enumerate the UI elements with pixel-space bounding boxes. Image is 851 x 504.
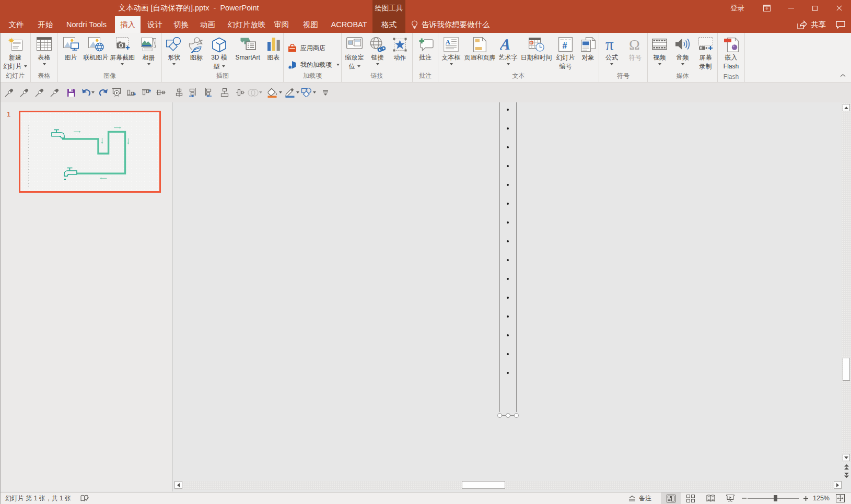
pictures-button[interactable]: 图片 — [59, 33, 84, 74]
scroll-up-button[interactable] — [843, 104, 850, 111]
resize-handle-bottom-left[interactable] — [497, 413, 502, 418]
vertical-scrollbar-thumb[interactable] — [843, 358, 850, 381]
tab-format[interactable]: 格式 — [372, 16, 405, 33]
maximize-button[interactable] — [803, 0, 827, 16]
eyedropper-button[interactable] — [2, 85, 16, 100]
tab-nordri-tools[interactable]: Nordri Tools — [61, 16, 112, 33]
table-button[interactable]: 表格 — [31, 33, 57, 74]
share-button[interactable]: 共享 — [811, 20, 826, 30]
align-center-button[interactable] — [172, 85, 186, 100]
align-top-button[interactable] — [139, 85, 154, 100]
tab-home[interactable]: 开始 — [33, 16, 57, 33]
tab-acrobat[interactable]: ACROBAT — [327, 16, 371, 33]
eyedropper-button[interactable] — [32, 85, 46, 100]
zoom-percentage[interactable]: 125% — [807, 493, 830, 504]
resize-handle-bottom-center[interactable] — [506, 413, 510, 418]
save-button[interactable] — [64, 85, 78, 100]
tell-me-box[interactable]: 告诉我你想要做什么 — [411, 16, 490, 33]
slide-number-button[interactable]: #幻灯片编号 — [553, 33, 578, 74]
scroll-left-button[interactable] — [174, 481, 182, 489]
zoom-slider-thumb[interactable] — [774, 495, 777, 501]
distribute-vertical-button[interactable] — [217, 85, 232, 100]
shapes-button[interactable]: 形状 — [162, 33, 186, 74]
screen-recording-button[interactable]: 屏幕录制 — [694, 33, 717, 74]
wordart-button[interactable]: A艺术字 — [497, 33, 520, 74]
comments-button[interactable] — [830, 17, 851, 33]
reading-view-button[interactable] — [701, 493, 720, 504]
close-button[interactable] — [827, 0, 851, 16]
new-slide-button[interactable]: 新建幻灯片 — [1, 33, 30, 74]
notes-button[interactable]: 备注 — [637, 493, 653, 504]
equation-button[interactable]: π公式 — [600, 33, 624, 74]
slide-thumbnail[interactable] — [19, 111, 161, 193]
tab-review[interactable]: 审阅 — [269, 16, 294, 33]
slide-sorter-view-button[interactable] — [681, 493, 701, 504]
photo-album-icon — [141, 37, 157, 53]
fit-slide-to-window-button[interactable] — [831, 493, 849, 504]
redo-button[interactable] — [96, 85, 110, 100]
previous-slide-button[interactable] — [842, 464, 850, 470]
align-left-button[interactable] — [201, 85, 215, 100]
action-button[interactable]: 动作 — [388, 33, 412, 74]
store-button[interactable]: 应用商店 — [288, 44, 325, 53]
merge-shapes-dropdown[interactable] — [258, 85, 264, 100]
horizontal-scrollbar-track[interactable] — [174, 481, 841, 490]
zoom-button[interactable]: 缩放定位 — [342, 33, 367, 74]
link-button[interactable]: 链接 — [367, 33, 388, 74]
photo-album-button[interactable]: 相册 — [136, 33, 161, 74]
align-bottom-button[interactable] — [124, 85, 138, 100]
eyedropper-icon — [50, 88, 60, 98]
horizontal-scrollbar-thumb[interactable] — [462, 481, 505, 489]
embed-flash-button[interactable]: 嵌入Flash — [718, 33, 744, 74]
tab-transitions[interactable]: 切换 — [168, 16, 194, 33]
change-shape-dropdown[interactable] — [311, 85, 318, 100]
header-footer-button[interactable]: 页眉和页脚 — [463, 33, 497, 74]
video-button[interactable]: 视频 — [648, 33, 671, 74]
scroll-right-button[interactable] — [834, 481, 842, 489]
next-slide-button[interactable] — [842, 472, 850, 478]
date-time-button[interactable]: 日期和时间 — [520, 33, 553, 74]
sign-in-button[interactable]: 登录 — [730, 4, 744, 13]
tab-view[interactable]: 视图 — [298, 16, 323, 33]
resize-handle-bottom-right[interactable] — [514, 413, 519, 418]
horizontal-scrollbar[interactable] — [173, 480, 841, 491]
audio-button[interactable]: 音频 — [671, 33, 694, 74]
online-pictures-button[interactable]: 联机图片 — [84, 33, 109, 74]
vertical-scrollbar-track[interactable] — [842, 102, 851, 463]
scroll-down-button[interactable] — [843, 454, 850, 461]
picture-icon — [63, 37, 79, 53]
my-addins-button[interactable]: 我的加载项 — [288, 61, 340, 69]
collapse-ribbon-button[interactable] — [840, 70, 846, 79]
ribbon-display-options-button[interactable] — [755, 0, 779, 16]
align-right-button[interactable] — [185, 85, 200, 100]
eyedropper-button[interactable] — [17, 85, 31, 100]
tab-design[interactable]: 设计 — [142, 16, 168, 33]
zoom-slider[interactable] — [748, 493, 799, 504]
shape-fill-icon — [267, 88, 277, 98]
normal-view-button[interactable] — [661, 493, 681, 504]
tab-insert[interactable]: 插入 — [115, 16, 141, 33]
tab-animations[interactable]: 动画 — [195, 16, 220, 33]
eyedropper-button[interactable] — [47, 85, 62, 100]
align-middle-button[interactable] — [154, 85, 168, 100]
customize-quick-access-toolbar[interactable] — [318, 85, 333, 100]
action-icon — [392, 37, 407, 52]
tab-slide-show[interactable]: 幻灯片放映 — [224, 16, 269, 33]
text-box-button[interactable]: A文本框 — [439, 33, 463, 74]
comment-button[interactable]: 批注 — [413, 33, 438, 74]
tab-file[interactable]: 文件 — [4, 16, 28, 33]
smartart-button[interactable]: SmartArt — [231, 33, 264, 74]
ribbon-group-text: A文本框页眉和页脚A艺术字日期和时间#幻灯片编号对象文本 — [438, 33, 599, 82]
ribbon-group-comments: 批注批注 — [413, 33, 438, 82]
minimize-button[interactable] — [779, 0, 803, 16]
dropdown-arrow-icon — [681, 63, 684, 65]
screenshot-button[interactable]: 屏幕截图 — [109, 33, 136, 74]
symbol-button[interactable]: Ω符号 — [624, 33, 647, 74]
vertical-scrollbar[interactable] — [841, 102, 851, 463]
start-slideshow-button[interactable] — [109, 85, 124, 100]
icons-button[interactable]: 图标 — [186, 33, 207, 74]
chart-button[interactable]: 图表 — [264, 33, 283, 74]
object-button[interactable]: 对象 — [578, 33, 598, 74]
editing-canvas[interactable] — [173, 102, 841, 491]
3d-models-button[interactable]: 3D 模型 — [207, 33, 232, 74]
